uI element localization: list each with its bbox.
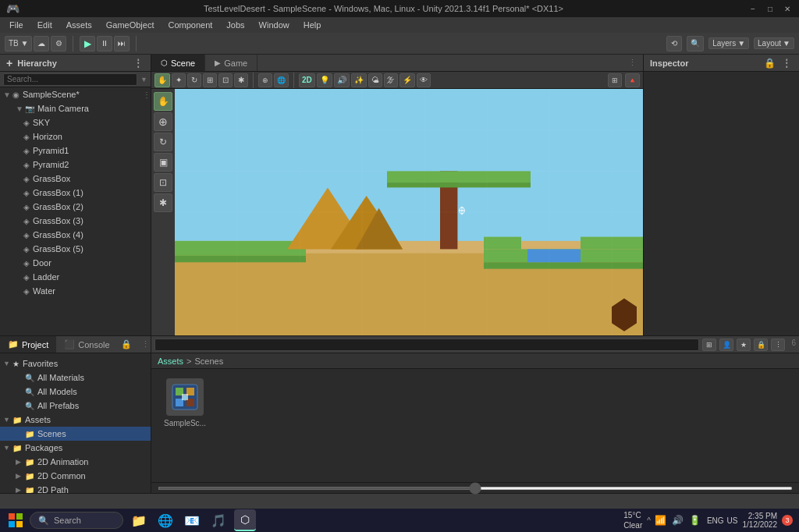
taskbar-search[interactable]: 🔍 Search bbox=[30, 512, 123, 529]
project-menu-btn[interactable]: ⋮ bbox=[138, 339, 153, 349]
scene-viewport[interactable]: ✋ ⊕ ↻ ▣ ⊡ ✱ bbox=[151, 89, 643, 335]
chevron-icon[interactable]: ^ bbox=[647, 516, 651, 525]
hier-grassbox4[interactable]: ▶ ◈ GrassBox (4) bbox=[0, 228, 151, 242]
tool-crosshair[interactable]: ⊕ bbox=[154, 112, 172, 131]
tree-2d-anim[interactable]: ▶ 📁 2D Animation bbox=[0, 455, 151, 469]
2d-view-btn[interactable]: 2D bbox=[299, 73, 315, 87]
notification-badge[interactable]: 3 bbox=[782, 515, 793, 526]
minimize-button[interactable]: − bbox=[748, 3, 758, 14]
hier-scene-root[interactable]: ▼ ◉ SampleScene* ⋮ bbox=[0, 87, 151, 101]
assets-add-btn[interactable]: 👤 bbox=[719, 339, 733, 351]
tree-scenes[interactable]: ▶ 📁 Scenes bbox=[0, 427, 151, 441]
pause-button[interactable]: ⏸ bbox=[97, 36, 112, 51]
assets-lock-btn[interactable]: 🔒 bbox=[754, 339, 768, 351]
hier-pyramid2[interactable]: ▶ ◈ Pyramid2 bbox=[0, 158, 151, 172]
game-tab[interactable]: ▶ Game bbox=[205, 55, 257, 71]
hier-maincamera[interactable]: ▼ 📷 Main Camera bbox=[0, 101, 151, 115]
taskbar-app-edge[interactable]: 🌐 bbox=[154, 509, 176, 531]
tree-2d-common[interactable]: ▶ 📁 2D Common bbox=[0, 469, 151, 483]
scale-tool[interactable]: ⊞ bbox=[203, 73, 217, 87]
taskbar-app-music[interactable]: 🎵 bbox=[208, 509, 229, 531]
anim-btn[interactable]: ⚡ bbox=[400, 73, 415, 87]
volume-icon[interactable]: 🔊 bbox=[671, 513, 685, 527]
maximize-button[interactable]: □ bbox=[765, 3, 776, 14]
hierarchy-add-btn[interactable]: + bbox=[6, 57, 12, 69]
global-btn[interactable]: 🌐 bbox=[274, 73, 289, 87]
fx-btn[interactable]: ✨ bbox=[351, 73, 367, 87]
menu-component[interactable]: Component bbox=[162, 19, 218, 31]
start-button[interactable] bbox=[6, 511, 25, 530]
menu-file[interactable]: File bbox=[3, 19, 30, 31]
settings-btn[interactable]: ⚙ bbox=[51, 36, 66, 51]
breadcrumb-root[interactable]: Assets bbox=[158, 356, 183, 366]
scene-panel-menu[interactable]: ⋮ bbox=[628, 58, 637, 68]
scene-grid-btn[interactable]: ⊞ bbox=[608, 73, 622, 87]
hier-sky[interactable]: ▶ ◈ SKY bbox=[0, 115, 151, 129]
step-button[interactable]: ⏭ bbox=[114, 36, 130, 51]
lighting-btn[interactable]: 💡 bbox=[317, 73, 332, 87]
layout-dropdown[interactable]: Layout ▼ bbox=[754, 37, 794, 49]
taskbar-app-unity[interactable]: ⬡ bbox=[234, 509, 256, 531]
hier-grassbox3[interactable]: ▶ ◈ GrassBox (3) bbox=[0, 214, 151, 228]
tree-all-prefabs[interactable]: ▶ 🔍 All Prefabs bbox=[0, 399, 151, 413]
hierarchy-menu-btn[interactable]: ⋮ bbox=[132, 58, 144, 69]
inspector-lock-btn[interactable]: 🔒 bbox=[762, 58, 777, 69]
play-button[interactable]: ▶ bbox=[80, 36, 95, 51]
hier-horizon[interactable]: ▶ ◈ Horizon bbox=[0, 129, 151, 144]
taskbar-app-mail[interactable]: 📧 bbox=[181, 509, 203, 531]
hier-grassbox5[interactable]: ▶ ◈ GrassBox (5) bbox=[0, 242, 151, 256]
network-icon[interactable]: 📶 bbox=[654, 513, 668, 527]
assets-size-slider[interactable] bbox=[158, 487, 793, 490]
rect-tool[interactable]: ⊡ bbox=[218, 73, 233, 87]
hier-grassbox[interactable]: ▶ ◈ GrassBox bbox=[0, 172, 151, 186]
project-lock-btn[interactable]: 🔒 bbox=[118, 339, 135, 349]
rotate-tool[interactable]: ↻ bbox=[187, 73, 201, 87]
assets-search-input[interactable] bbox=[154, 339, 699, 351]
scene-gizmo-btn[interactable]: 🔺 bbox=[625, 73, 640, 87]
pivot-btn[interactable]: ⊕ bbox=[258, 73, 272, 87]
tree-packages[interactable]: ▼ 📁 Packages bbox=[0, 441, 151, 455]
inspector-menu-btn[interactable]: ⋮ bbox=[780, 58, 793, 69]
hier-door[interactable]: ▶ ◈ Door bbox=[0, 256, 151, 270]
hier-grassbox1[interactable]: ▶ ◈ GrassBox (1) bbox=[0, 186, 151, 200]
scene-tab[interactable]: ⬡ Scene bbox=[151, 55, 205, 71]
tree-2d-path[interactable]: ▶ 📁 2D Path bbox=[0, 483, 151, 493]
fog-btn[interactable]: 🌫 bbox=[384, 73, 398, 87]
tool-custom[interactable]: ✱ bbox=[154, 193, 172, 212]
hier-ladder[interactable]: ▶ ◈ Ladder bbox=[0, 270, 151, 284]
menu-gameobject[interactable]: GameObject bbox=[100, 19, 161, 31]
menu-window[interactable]: Window bbox=[253, 19, 296, 31]
tree-all-materials[interactable]: ▶ 🔍 All Materials bbox=[0, 371, 151, 385]
asset-samplescene[interactable]: SampleSc... bbox=[158, 375, 212, 431]
layers-dropdown[interactable]: Layers ▼ bbox=[708, 37, 749, 49]
close-button[interactable]: ✕ bbox=[782, 3, 793, 14]
account-btn[interactable]: TB ▼ bbox=[5, 36, 32, 51]
assets-expand-btn[interactable]: ⊞ bbox=[702, 339, 716, 351]
tree-favorites[interactable]: ▼ ★ Favorites bbox=[0, 356, 151, 371]
hier-grassbox2[interactable]: ▶ ◈ GrassBox (2) bbox=[0, 200, 151, 214]
assets-menu-btn[interactable]: ⋮ bbox=[771, 339, 785, 351]
tool-rotate2[interactable]: ↻ bbox=[154, 133, 172, 151]
console-tab[interactable]: ⬛ Console bbox=[56, 336, 117, 353]
assets-fav-btn[interactable]: ★ bbox=[737, 339, 751, 351]
tool-rect2[interactable]: ▣ bbox=[154, 153, 172, 172]
hand-tool[interactable]: ✋ bbox=[154, 73, 170, 87]
taskbar-app-explorer[interactable]: 📁 bbox=[128, 509, 150, 531]
hier-water[interactable]: ▶ ◈ Water bbox=[0, 284, 151, 298]
tree-assets[interactable]: ▼ 📁 Assets bbox=[0, 413, 151, 427]
tree-all-models[interactable]: ▶ 🔍 All Models bbox=[0, 385, 151, 399]
tool-box[interactable]: ⊡ bbox=[154, 173, 172, 192]
scene-menu-icon[interactable]: ⋮ bbox=[143, 90, 151, 99]
move-tool[interactable]: ✦ bbox=[172, 73, 186, 87]
menu-help[interactable]: Help bbox=[297, 19, 328, 31]
menu-jobs[interactable]: Jobs bbox=[220, 19, 250, 31]
transform-tool[interactable]: ✱ bbox=[234, 73, 248, 87]
hier-pyramid1[interactable]: ▶ ◈ Pyramid1 bbox=[0, 144, 151, 158]
search-btn[interactable]: 🔍 bbox=[687, 36, 704, 51]
project-tab[interactable]: 📁 Project bbox=[0, 336, 56, 353]
history-btn[interactable]: ⟲ bbox=[666, 36, 682, 51]
occlusion-btn[interactable]: 👁 bbox=[417, 73, 431, 87]
cloud-btn[interactable]: ☁ bbox=[34, 36, 49, 51]
skybox-btn[interactable]: 🌤 bbox=[368, 73, 382, 87]
tool-hand[interactable]: ✋ bbox=[154, 92, 172, 111]
